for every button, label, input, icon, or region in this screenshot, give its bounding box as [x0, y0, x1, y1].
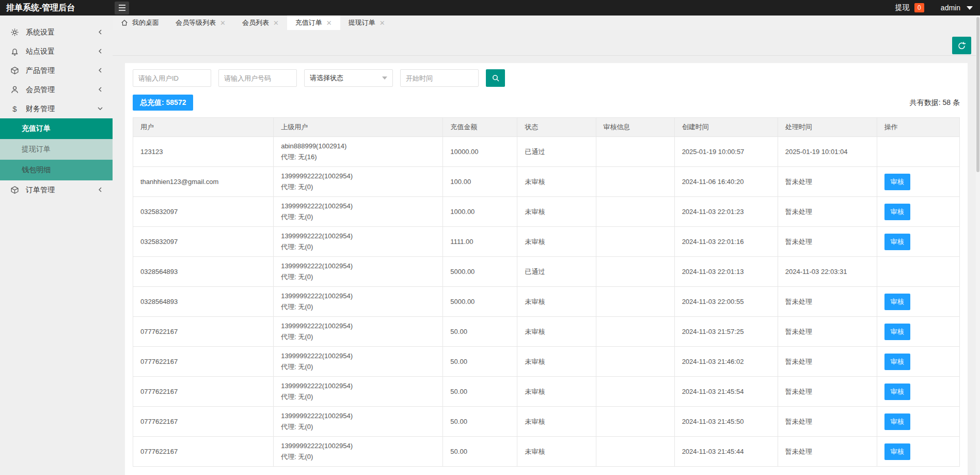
sidebar-item-order-management[interactable]: 订单管理 [0, 180, 113, 200]
cell-processed: 暂未处理 [778, 437, 877, 467]
cell-amount: 50.00 [443, 317, 517, 347]
audit-button[interactable]: 审核 [884, 443, 910, 460]
cell-processed: 暂未处理 [778, 287, 877, 317]
close-icon[interactable]: ✕ [380, 20, 385, 26]
cell-status: 已通过 [517, 257, 596, 287]
cell-status: 未审核 [517, 227, 596, 257]
audit-button[interactable]: 审核 [884, 234, 910, 250]
cell-status: 未审核 [517, 377, 596, 407]
audit-button[interactable]: 审核 [884, 354, 910, 370]
cell-user: 0777622167 [133, 377, 274, 407]
user-menu[interactable]: admin [941, 4, 960, 12]
cell-amount: 5000.00 [443, 257, 517, 287]
cell-upline: 13999992222(1002954) 代理: 无(0) [274, 377, 443, 407]
cell-upline: abin888999(1002914) 代理: 无(16) [274, 137, 443, 167]
sidebar-item-system-settings[interactable]: 系统设置 [0, 23, 113, 42]
cell-created: 2024-11-03 22:01:13 [674, 257, 778, 287]
table-row: 0328564893 13999992222(1002954) 代理: 无(0)… [133, 257, 960, 287]
cell-upline: 13999992222(1002954) 代理: 无(0) [274, 167, 443, 197]
cell-upline: 13999992222(1002954) 代理: 无(0) [274, 257, 443, 287]
sidebar-item-product-management[interactable]: 产品管理 [0, 61, 113, 80]
sidebar-item-site-settings[interactable]: 站点设置 [0, 42, 113, 61]
tab-recharge-orders[interactable]: 充值订单 ✕ [287, 16, 340, 30]
cell-audit-info [596, 137, 674, 167]
chevron-down-icon [967, 6, 973, 10]
cell-user: 0777622167 [133, 317, 274, 347]
cell-amount: 10000.00 [443, 137, 517, 167]
tab-my-desktop[interactable]: 我的桌面 [113, 16, 167, 30]
user-phone-input[interactable] [218, 69, 297, 87]
audit-button[interactable]: 审核 [884, 174, 910, 190]
header-right: 提现 0 admin [895, 3, 980, 12]
tab-withdraw-orders[interactable]: 提现订单 ✕ [340, 16, 393, 30]
tab-member-list[interactable]: 会员列表 ✕ [234, 16, 287, 30]
cell-audit-info [596, 227, 674, 257]
sidebar-subitem-recharge-orders[interactable]: 充值订单 [0, 118, 113, 139]
cell-amount: 1111.00 [443, 227, 517, 257]
sidebar-item-member-management[interactable]: 会员管理 [0, 80, 113, 99]
cell-created: 2024-11-03 21:45:54 [674, 377, 778, 407]
audit-button[interactable]: 审核 [884, 324, 910, 340]
audit-button[interactable]: 审核 [884, 413, 910, 430]
cell-created: 2024-11-03 21:45:44 [674, 437, 778, 467]
audit-button[interactable]: 审核 [884, 294, 910, 310]
app-title: 排单系统-管理后台 [0, 3, 107, 13]
col-created: 创建时间 [674, 118, 778, 137]
cell-created: 2024-11-03 22:01:16 [674, 227, 778, 257]
cell-action: 审核 [877, 347, 959, 377]
status-select[interactable]: 请选择状态 [304, 69, 393, 87]
user-id-input[interactable] [133, 69, 211, 87]
total-recharge-button[interactable]: 总充值: 58572 [133, 95, 193, 111]
cell-status: 未审核 [517, 317, 596, 347]
search-button[interactable] [486, 69, 505, 87]
chevron-down-icon [97, 105, 103, 113]
table-row: 0325832097 13999992222(1002954) 代理: 无(0)… [133, 197, 960, 227]
table-row: 0777622167 13999992222(1002954) 代理: 无(0)… [133, 407, 960, 437]
cell-amount: 5000.00 [443, 287, 517, 317]
cell-audit-info [596, 407, 674, 437]
cell-processed: 2025-01-19 10:01:04 [778, 137, 877, 167]
close-icon[interactable]: ✕ [220, 20, 226, 26]
cell-user: 0325832097 [133, 227, 274, 257]
cell-audit-info [596, 287, 674, 317]
scrollbar-thumb[interactable] [976, 17, 979, 172]
table-row: 0325832097 13999992222(1002954) 代理: 无(0)… [133, 227, 960, 257]
table-row: 0777622167 13999992222(1002954) 代理: 无(0)… [133, 437, 960, 467]
chevron-left-icon [97, 28, 103, 37]
tab-member-level-list[interactable]: 会员等级列表 ✕ [167, 16, 234, 30]
start-time-input[interactable] [400, 69, 479, 87]
table-row: 0328564893 13999992222(1002954) 代理: 无(0)… [133, 287, 960, 317]
main-content: 请选择状态 总充值: 58572 共有数据: 58 条 用户 上 [113, 30, 980, 475]
table-header-row: 用户 上级用户 充值金额 状态 审核信息 创建时间 处理时间 操作 [133, 118, 960, 137]
sidebar-subitem-wallet-details[interactable]: 钱包明细 [0, 160, 113, 180]
close-icon[interactable]: ✕ [273, 20, 279, 26]
cell-status: 未审核 [517, 167, 596, 197]
cell-user: 0777622167 [133, 347, 274, 377]
cell-processed: 暂未处理 [778, 317, 877, 347]
col-action: 操作 [877, 118, 959, 137]
cell-action: 审核 [877, 167, 959, 197]
withdraw-link[interactable]: 提现 [895, 3, 910, 12]
cell-audit-info [596, 347, 674, 377]
home-icon [121, 19, 128, 26]
cell-audit-info [596, 317, 674, 347]
cell-amount: 50.00 [443, 407, 517, 437]
cell-action: 审核 [877, 287, 959, 317]
chevron-left-icon [97, 186, 103, 194]
audit-button[interactable]: 审核 [884, 384, 910, 400]
top-header: 排单系统-管理后台 提现 0 admin [0, 0, 980, 16]
close-icon[interactable]: ✕ [326, 20, 332, 26]
sidebar-item-finance-management[interactable]: $ 财务管理 [0, 99, 113, 118]
gear-icon [10, 28, 19, 37]
refresh-button[interactable] [952, 37, 971, 54]
cell-processed: 2024-11-03 22:03:31 [778, 257, 877, 287]
audit-button[interactable]: 审核 [884, 204, 910, 220]
sidebar-subitem-withdraw-orders[interactable]: 提现订单 [0, 139, 113, 160]
cell-audit-info [596, 257, 674, 287]
vertical-scrollbar[interactable] [976, 16, 980, 475]
menu-toggle-button[interactable] [115, 2, 129, 14]
refresh-icon [957, 41, 966, 50]
cell-amount: 50.00 [443, 377, 517, 407]
cell-amount: 1000.00 [443, 197, 517, 227]
cell-amount: 100.00 [443, 167, 517, 197]
